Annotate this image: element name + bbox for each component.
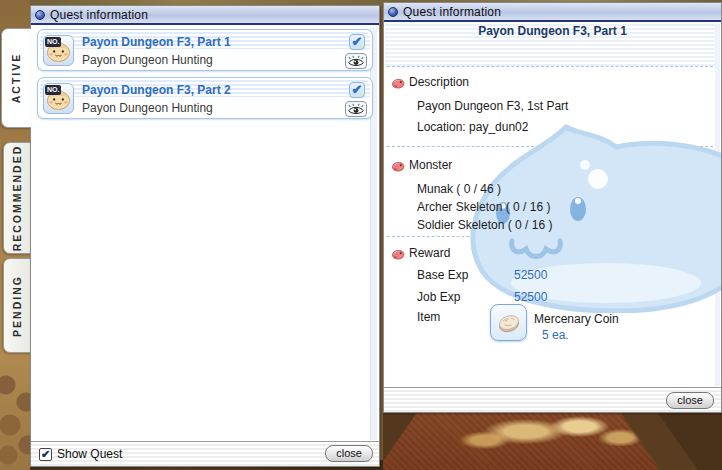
quest-detail-window: Quest information Payon Dungeon F3, Part… [383,2,722,413]
quest-visibility-button[interactable] [345,101,367,117]
quest-list-footer: ✔ Show Quest close [31,441,379,466]
monster-entry: Archer Skeleton ( 0 / 16 ) [417,200,550,214]
description-line: Payon Dungeon F3, 1st Part [417,99,568,113]
description-line: Location: pay_dun02 [417,120,528,134]
quest-badge: NO. [45,37,61,47]
quest-list-titlebar[interactable]: Quest information [31,6,379,25]
close-button[interactable]: close [666,392,714,409]
separator [387,66,718,67]
quest-subtitle: Payon Dungeon Hunting [82,53,213,67]
quest-enabled-checkbox[interactable]: ✔ [349,34,365,50]
quest-badge: NO. [45,85,61,95]
reward-label: Base Exp [417,268,468,282]
quest-list-window: Quest information NO. Payon Dungeon F3, … [30,5,380,467]
quest-title: Payon Dungeon F3, Part 2 [82,83,231,97]
reward-item-label: Item [417,310,440,324]
quest-visibility-button[interactable] [345,53,367,69]
reward-item-qty: 5 ea. [542,328,569,342]
separator [387,236,718,237]
show-quest-checkbox[interactable]: ✔ [39,448,52,461]
window-orb-icon[interactable] [388,7,398,17]
check-icon: ✔ [352,34,363,49]
quest-detail-window-title: Quest information [403,5,501,19]
quest-subtitle: Payon Dungeon Hunting [82,101,213,115]
show-quest-label: Show Quest [57,447,122,461]
mercenary-coin-icon [494,308,524,338]
quest-title: Payon Dungeon F3, Part 1 [82,35,231,49]
quest-monster-icon: NO. [43,35,74,66]
quest-detail-title: Payon Dungeon F3, Part 1 [384,24,721,38]
game-background-carpet [383,408,722,470]
poring-bullet-icon [391,161,405,172]
quest-detail-footer: close [384,387,721,412]
monster-entry: Soldier Skeleton ( 0 / 16 ) [417,218,552,232]
monster-entry: Munak ( 0 / 46 ) [417,182,501,196]
reward-item-name: Mercenary Coin [534,312,619,326]
description-heading: Description [409,75,469,89]
poring-bullet-icon [391,249,405,260]
quest-list-window-title: Quest information [50,8,148,22]
reward-heading: Reward [409,246,450,260]
close-button[interactable]: close [325,445,373,462]
monster-heading: Monster [409,158,452,172]
reward-value: 52500 [514,290,547,304]
tab-active[interactable]: ACTIVE [1,28,31,128]
tab-pending[interactable]: PENDING [3,258,31,353]
tab-pending-label: PENDING [11,275,23,337]
tab-active-label: ACTIVE [11,53,23,104]
quest-list-item-2[interactable]: NO. Payon Dungeon F3, Part 2 Payon Dunge… [37,77,373,119]
check-icon: ✔ [41,448,50,460]
poring-bullet-icon [391,78,405,89]
tab-recommended[interactable]: RECOMMENDED [3,142,31,254]
tab-recommended-label: RECOMMENDED [11,145,23,252]
separator [387,146,718,147]
quest-detail-titlebar[interactable]: Quest information [384,3,721,22]
reward-label: Job Exp [417,290,460,304]
window-orb-icon[interactable] [35,10,45,20]
reward-item-slot[interactable] [490,304,527,341]
eye-icon [347,55,365,68]
quest-list-item-1[interactable]: NO. Payon Dungeon F3, Part 1 Payon Dunge… [37,29,373,71]
quest-monster-icon: NO. [43,83,74,114]
quest-enabled-checkbox[interactable]: ✔ [349,82,365,98]
reward-value: 52500 [514,268,547,282]
check-icon: ✔ [352,82,363,97]
scrollbar-track[interactable] [715,25,720,386]
eye-icon [347,103,365,116]
